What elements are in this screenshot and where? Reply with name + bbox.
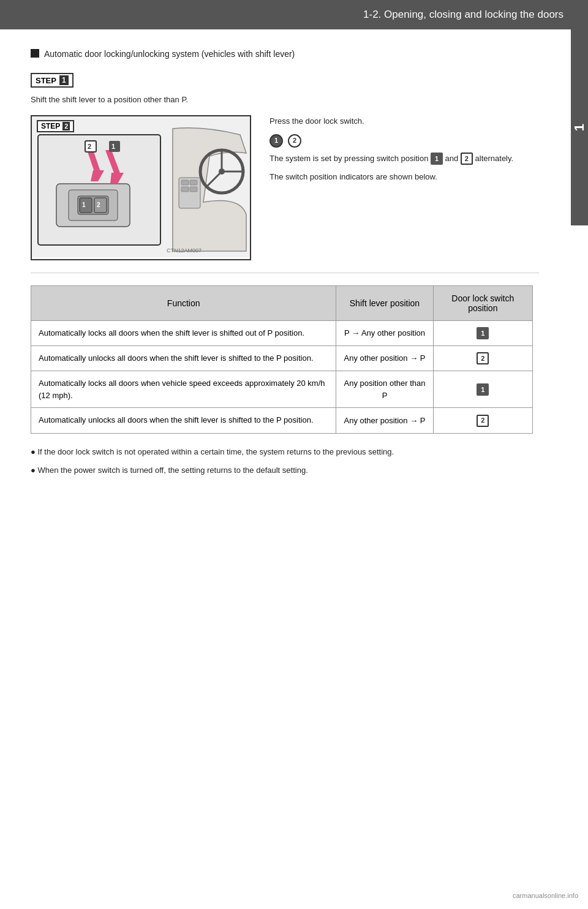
switch-badge-0: 1 xyxy=(477,327,489,339)
section-heading-text: Automatic door locking/unlocking system … xyxy=(44,48,295,61)
table-row-shift-1: Any other position → P xyxy=(336,346,433,371)
switch-badges: 1 2 xyxy=(270,134,539,148)
switch-badge-2: 1 xyxy=(477,383,489,396)
table-header-shift: Shift lever position xyxy=(336,285,433,320)
switch-badge-1: 2 xyxy=(477,352,489,364)
header-bar: 1-2. Opening, closing and locking the do… xyxy=(0,0,588,29)
svg-text:1: 1 xyxy=(111,143,115,150)
svg-text:2: 2 xyxy=(97,202,100,208)
step1-text: Shift the shift lever to a position othe… xyxy=(31,94,533,107)
table-row-switch-1: 2 xyxy=(433,346,532,371)
table-row-shift-3: Any other position → P xyxy=(336,408,433,433)
table-row-function-2: Automatically locks all doors when vehic… xyxy=(31,371,336,408)
step1-badge: STEP 1 xyxy=(31,73,74,88)
section-square-icon xyxy=(31,49,39,58)
inline-badge-1: 1 xyxy=(431,153,443,165)
note-text-1: ● If the door lock switch is not operate… xyxy=(31,446,533,459)
step2-image-box: STEP 2 1 2 xyxy=(31,115,251,260)
main-content: Automatic door locking/unlocking system … xyxy=(0,29,588,502)
step2-illustration: 1 2 1 2 xyxy=(32,116,251,257)
svg-text:CTN12AM007: CTN12AM007 xyxy=(167,247,202,254)
badge-2-outline: 2 xyxy=(288,134,301,148)
table-row-shift-2: Any position other than P xyxy=(336,371,433,408)
table-row-switch-0: 1 xyxy=(433,320,532,345)
step2-desc-intro: Press the door lock switch. xyxy=(270,115,539,128)
table-header-switch: Door lock switch position xyxy=(433,285,532,320)
table-row-switch-3: 2 xyxy=(433,408,532,433)
separator xyxy=(31,273,539,273)
svg-rect-24 xyxy=(190,180,197,185)
svg-rect-25 xyxy=(181,187,189,192)
step1-badge-label: STEP xyxy=(36,76,56,85)
header-title: 1-2. Opening, closing and locking the do… xyxy=(363,9,564,21)
svg-rect-26 xyxy=(190,187,197,192)
table-row-switch-2: 1 xyxy=(433,371,532,408)
svg-rect-5 xyxy=(80,198,92,213)
table-header-function: Function xyxy=(31,285,336,320)
info-table: Function Shift lever position Door lock … xyxy=(31,285,533,434)
table-row-function-0: Automatically locks all doors when the s… xyxy=(31,320,336,345)
step2-description: Press the door lock switch. 1 2 The syst… xyxy=(270,115,539,260)
inline-badge-2: 2 xyxy=(461,153,473,165)
badge-1-filled: 1 xyxy=(270,134,283,148)
step2-area: STEP 2 1 2 xyxy=(31,115,539,260)
note-text-2: ● When the power switch is turned off, t… xyxy=(31,464,533,477)
svg-text:2: 2 xyxy=(88,143,91,150)
step1-number: 1 xyxy=(59,75,69,85)
table-row-function-3: Automatically unlocks all doors when the… xyxy=(31,408,336,433)
chapter-number: 1 xyxy=(571,124,587,131)
step2-inner-number: 2 xyxy=(62,122,70,130)
step2-desc-detail: The system is set by pressing switch pos… xyxy=(270,153,539,165)
step2-inner-label: STEP xyxy=(41,122,60,130)
step2-setting-note: The switch position indicators are shown… xyxy=(270,171,539,184)
table-row-function-1: Automatically unlocks all doors when the… xyxy=(31,346,336,371)
chapter-tab: 1 xyxy=(571,29,588,225)
switch-badge-3: 2 xyxy=(477,415,489,427)
section-heading: Automatic door locking/unlocking system … xyxy=(31,48,539,61)
svg-text:1: 1 xyxy=(82,202,86,208)
step2-inner-badge: STEP 2 xyxy=(37,120,74,132)
svg-rect-23 xyxy=(181,180,189,185)
footer-watermark: carmanualsonline.info xyxy=(513,892,578,899)
table-row-shift-0: P → Any other position xyxy=(336,320,433,345)
svg-rect-7 xyxy=(94,198,107,213)
